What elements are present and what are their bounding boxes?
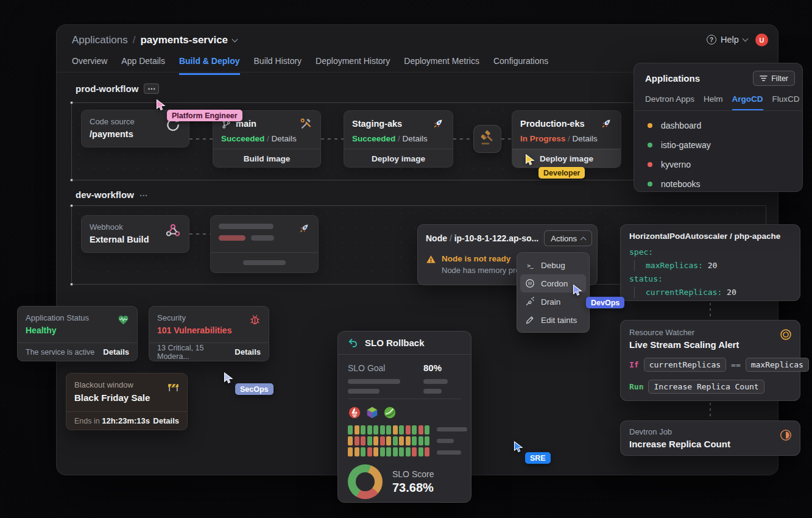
- details-link[interactable]: Details: [573, 134, 598, 143]
- help-label: Help: [721, 35, 739, 44]
- badge-platform-engineer: Platform Engineer: [167, 110, 242, 121]
- connector: [453, 138, 473, 140]
- prometheus-icon: [348, 406, 361, 419]
- page-title: payments-service: [140, 34, 228, 46]
- deploy-image-button[interactable]: Deploy image: [344, 149, 453, 168]
- skeleton-bar: [219, 224, 274, 229]
- green-monitor-icon: [383, 406, 397, 419]
- selection-handle[interactable]: [70, 101, 73, 104]
- job-label: Devtron Job: [629, 427, 791, 436]
- breadcrumb-section[interactable]: Applications: [72, 34, 128, 46]
- code-source-label: Code source: [90, 117, 135, 126]
- tab-devtron-apps[interactable]: Devtron Apps: [645, 94, 694, 110]
- pencil-icon: [525, 315, 535, 325]
- rocket-icon: [297, 222, 311, 235]
- details-link[interactable]: Details: [103, 347, 129, 357]
- tab-argocd[interactable]: ArgoCD: [732, 94, 763, 110]
- status-dot: [648, 123, 652, 128]
- slo-skeleton-rows: [338, 373, 471, 394]
- warning-icon: [426, 254, 436, 264]
- heartbeat-icon: [117, 313, 130, 326]
- list-item[interactable]: istio-gateway: [634, 135, 802, 155]
- user-avatar[interactable]: U: [755, 34, 768, 46]
- watcher-name: Live Stream Scaling Alert: [629, 339, 791, 350]
- watcher-condition: If currentReplicas == maxReplicas: [629, 358, 791, 372]
- approval-gate[interactable]: [473, 125, 501, 153]
- status-dot: [648, 182, 652, 186]
- stage-status: Succeeded: [221, 134, 264, 143]
- stage: Applications / payments-service ? Help U…: [0, 0, 812, 518]
- selection-handle[interactable]: [70, 204, 73, 207]
- blackout-window-card: Blackout window Black Friday Sale Ends i…: [66, 373, 188, 430]
- details-link[interactable]: Details: [403, 134, 428, 143]
- gavel-icon: [479, 130, 495, 148]
- connector: [189, 233, 210, 235]
- devtron-job-panel: Devtron Job Increase Replica Count: [620, 420, 800, 456]
- status-dot: [648, 162, 652, 167]
- staging-stage-card[interactable]: Staging-aks Succeeded / Details Deploy i…: [344, 110, 453, 168]
- cube-icon: [365, 406, 379, 419]
- condition-right-chip: maxReplicas: [746, 358, 809, 372]
- more-options-button[interactable]: ⋯: [144, 83, 159, 94]
- pause-circle-icon: [525, 279, 535, 288]
- prod-workflow-title: prod-workflow: [76, 83, 138, 94]
- run-action-chip: Increase Replica Count: [648, 380, 764, 394]
- selection-handle[interactable]: [70, 283, 73, 286]
- hpa-title: HorizontalPodAutoscaler / php-apache: [629, 232, 791, 241]
- application-status-card: Application Status Healthy The service i…: [17, 306, 138, 361]
- slo-panel-title: SLO Rollback: [365, 338, 425, 348]
- cursor-secops: [222, 372, 235, 387]
- badge-developer: Developer: [538, 167, 585, 179]
- actions-button[interactable]: Actions: [544, 230, 592, 246]
- skeleton-bar: [243, 260, 286, 265]
- stage-status: Succeeded: [352, 134, 395, 143]
- menu-item-debug[interactable]: >_ Debug: [520, 256, 586, 274]
- run-keyword: Run: [629, 382, 643, 391]
- tab-helm[interactable]: Helm: [704, 94, 723, 110]
- bug-icon: [249, 313, 261, 326]
- prod-workflow-header: prod-workflow ⋯: [76, 83, 159, 94]
- dev-workflow-title: dev-workflow: [76, 190, 134, 200]
- applications-panel: Applications Filter Devtron Apps Helm Ar…: [634, 63, 803, 192]
- if-keyword: If: [629, 360, 639, 369]
- filter-icon: [760, 75, 768, 82]
- badge-secops: SecOps: [235, 383, 274, 395]
- breadcrumb: Applications / payments-service: [72, 34, 237, 46]
- branch-name: main: [236, 119, 295, 129]
- cursor-sre: [512, 441, 525, 456]
- details-link[interactable]: Details: [272, 134, 297, 143]
- connector: [501, 138, 512, 140]
- operator: ==: [731, 360, 741, 369]
- stage-name: Staging-aks: [352, 119, 427, 129]
- app-name: istio-gateway: [661, 140, 711, 150]
- cursor-devops: [571, 284, 584, 299]
- slo-score-donut: [348, 464, 383, 499]
- tab-fluxcd[interactable]: FluxCD: [772, 94, 800, 110]
- webhook-icon: [165, 222, 181, 238]
- help-menu[interactable]: ? Help: [707, 35, 747, 44]
- app-name: dashboard: [661, 121, 701, 130]
- details-link[interactable]: Details: [153, 416, 179, 425]
- connector: [710, 403, 711, 419]
- build-image-button[interactable]: Build image: [213, 149, 320, 168]
- selection-handle[interactable]: [70, 179, 73, 182]
- list-item[interactable]: notebooks: [634, 174, 802, 194]
- skeleton-bar-error: [219, 235, 245, 241]
- list-item[interactable]: kyverno: [634, 155, 802, 174]
- list-item[interactable]: dashboard: [634, 116, 802, 135]
- resource-watcher-panel: Resource Watcher Live Stream Scaling Ale…: [620, 320, 800, 401]
- blackout-countdown: Ends in 12h:23m:13s: [74, 416, 150, 425]
- skeleton-stage-card[interactable]: [210, 215, 319, 273]
- more-options-button[interactable]: ⋯: [139, 190, 149, 200]
- badge-sre: SRE: [525, 452, 551, 464]
- filter-button[interactable]: Filter: [753, 71, 795, 86]
- status-card-label: Application Status: [26, 313, 129, 322]
- menu-item-edit-taints[interactable]: Edit taints: [520, 311, 586, 329]
- chevron-down-icon[interactable]: [232, 36, 238, 42]
- details-link[interactable]: Details: [235, 347, 261, 357]
- app-name: kyverno: [661, 160, 691, 169]
- status-card-value: Healthy: [26, 325, 129, 335]
- badge-devops: DevOps: [586, 297, 624, 308]
- breadcrumb-separator: /: [133, 34, 136, 46]
- webhook-card[interactable]: Webhook External Build: [81, 215, 189, 253]
